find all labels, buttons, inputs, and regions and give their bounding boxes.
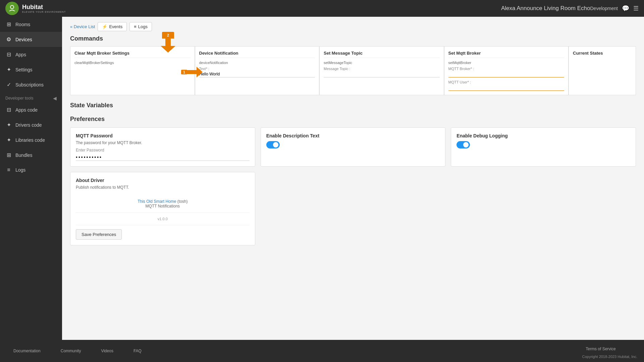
notification-icon[interactable]: 💬 bbox=[622, 5, 629, 12]
subscriptions-icon: ✓ bbox=[5, 81, 12, 88]
top-nav: « Device List ⚡ Events ≡ Logs bbox=[70, 22, 636, 31]
settings-icon: ✦ bbox=[5, 66, 12, 73]
sidebar-item-devices[interactable]: ⚙ Devices bbox=[0, 32, 62, 47]
state-variables-title: State Variables bbox=[70, 102, 636, 109]
footer-link-faq[interactable]: FAQ bbox=[127, 345, 148, 357]
footer-right: Terms of Service Copyright 2018-2023 Hub… bbox=[579, 343, 637, 359]
page-title: Alexa Announce Living Room Echo bbox=[501, 5, 590, 12]
devices-icon: ⚙ bbox=[5, 36, 12, 43]
commands-section-title: Commands bbox=[70, 35, 636, 42]
annotation-arrow-right: 1 bbox=[181, 67, 203, 77]
menu-icon[interactable]: ☰ bbox=[633, 5, 639, 12]
mqtt-password-input[interactable] bbox=[76, 154, 250, 161]
enable-description-toggle[interactable] bbox=[266, 141, 280, 148]
sidebar-item-rooms[interactable]: ⊞ Rooms bbox=[0, 17, 62, 32]
logo-icon bbox=[5, 2, 19, 15]
collapse-icon[interactable]: ◀ bbox=[53, 96, 57, 101]
about-version: v1.0.0 bbox=[76, 217, 250, 221]
about-driver-handle: (tosh) bbox=[177, 199, 188, 204]
header-right: Development 💬 ☰ bbox=[590, 5, 639, 12]
preferences-title: Preferences bbox=[70, 116, 636, 123]
sidebar-item-label: Rooms bbox=[15, 22, 30, 27]
sidebar-item-libraries-code[interactable]: ✦ Libraries code bbox=[0, 132, 62, 147]
about-driver-title: About Driver bbox=[76, 178, 250, 183]
command-card-set-message-topic: Set Message Topic setMessageTopic Messag… bbox=[319, 47, 444, 95]
back-to-device-list[interactable]: « Device List bbox=[70, 24, 95, 29]
mqtt-password-title: MQTT Password bbox=[76, 133, 250, 138]
about-driver-link[interactable]: This Old Smart Home bbox=[138, 199, 176, 204]
about-app-name: MQTT Notifications bbox=[146, 204, 180, 208]
app-header: Hubitat ELEVATE YOUR ENVIRONMENT Alexa A… bbox=[0, 0, 644, 17]
enable-debug-title: Enable Debug Logging bbox=[457, 133, 630, 138]
about-driver-center: This Old Smart Home (tosh) MQTT Notifica… bbox=[76, 195, 250, 208]
about-driver-card: About Driver Publish notifications to MQ… bbox=[70, 172, 255, 245]
preferences-grid: MQTT Password The password for your MQTT… bbox=[70, 127, 636, 167]
command-mqtt-user-label: MQTT User* : bbox=[448, 80, 565, 84]
about-divider bbox=[76, 213, 250, 213]
save-preferences-button[interactable]: Save Preferences bbox=[76, 229, 122, 240]
command-card-title: Set Mqtt Broker bbox=[448, 51, 565, 58]
pref-card-enable-description: Enable Description Text bbox=[261, 127, 446, 167]
state-variables-section: State Variables bbox=[70, 102, 636, 109]
command-func: deviceNotification bbox=[199, 61, 315, 65]
enable-description-toggle-wrapper bbox=[266, 141, 440, 148]
command-card-title: Device Notification bbox=[199, 51, 315, 58]
command-mqtt-broker-field[interactable] bbox=[448, 71, 565, 77]
command-func: clearMqttBrokerSettings bbox=[74, 61, 191, 65]
env-label: Development bbox=[590, 6, 618, 11]
terms-of-service-link[interactable]: Terms of Service bbox=[579, 343, 637, 355]
command-func: setMqttBroker bbox=[448, 61, 565, 65]
footer-link-videos[interactable]: Videos bbox=[94, 345, 120, 357]
command-card-device-notification: Device Notification deviceNotification T… bbox=[195, 47, 320, 95]
footer-link-community[interactable]: Community bbox=[54, 345, 88, 357]
preferences-section: Preferences MQTT Password The password f… bbox=[70, 116, 636, 245]
apps-code-icon: ⊟ bbox=[5, 107, 12, 113]
command-func: setMessageTopic bbox=[324, 61, 440, 65]
tab-logs[interactable]: ≡ Logs bbox=[129, 22, 152, 31]
command-mqtt-user-field[interactable] bbox=[448, 84, 565, 91]
sidebar-item-label: Logs bbox=[15, 167, 25, 173]
svg-point-0 bbox=[10, 5, 14, 9]
pref-card-enable-debug: Enable Debug Logging bbox=[451, 127, 636, 167]
command-card-title: Set Message Topic bbox=[324, 51, 440, 58]
sidebar: ⊞ Rooms ⚙ Devices ⊟ Apps ✦ Settings ✓ Su… bbox=[0, 17, 62, 340]
sidebar-item-drivers-code[interactable]: ✦ Drivers code bbox=[0, 117, 62, 132]
current-states-title: Current States bbox=[573, 51, 632, 56]
command-field-label: Message Topic : bbox=[324, 67, 440, 71]
sidebar-item-label: Subscriptions bbox=[15, 82, 44, 87]
annotation-arrow-down: 2 bbox=[161, 32, 175, 53]
libraries-icon: ✦ bbox=[5, 137, 12, 143]
events-icon: ⚡ bbox=[102, 24, 107, 29]
drivers-code-icon: ✦ bbox=[5, 122, 12, 128]
current-states-panel: Current States bbox=[569, 47, 636, 95]
logo-area: Hubitat ELEVATE YOUR ENVIRONMENT bbox=[5, 2, 66, 15]
sidebar-item-label: Settings bbox=[15, 67, 33, 72]
apps-icon: ⊟ bbox=[5, 51, 12, 58]
tab-events[interactable]: ⚡ Events bbox=[98, 22, 127, 31]
command-text-field[interactable] bbox=[199, 71, 315, 77]
sidebar-item-label: Apps bbox=[15, 52, 26, 57]
logs-tab-icon: ≡ bbox=[134, 24, 137, 29]
main-content: « Device List ⚡ Events ≡ Logs 2 Commands bbox=[62, 17, 644, 340]
developer-tools-label: Developer tools ◀ bbox=[0, 92, 62, 102]
about-driver-desc: Publish notifications to MQTT. bbox=[76, 185, 250, 190]
sidebar-item-label: Drivers code bbox=[15, 122, 42, 128]
sidebar-item-subscriptions[interactable]: ✓ Subscriptions bbox=[0, 77, 62, 92]
logo-text: Hubitat ELEVATE YOUR ENVIRONMENT bbox=[22, 4, 66, 13]
commands-section: 2 Commands 1 Clear Mqtt Broker Settings … bbox=[70, 35, 636, 95]
bundles-icon: ⊞ bbox=[5, 152, 12, 158]
sidebar-item-label: Bundles bbox=[15, 153, 33, 158]
sidebar-item-logs[interactable]: ≡ Logs bbox=[0, 163, 62, 177]
footer-link-documentation[interactable]: Documentation bbox=[7, 345, 47, 357]
command-card-set-mqtt-broker: Set Mqtt Broker setMqttBroker MQTT Broke… bbox=[444, 47, 569, 95]
sidebar-item-apps-code[interactable]: ⊟ Apps code bbox=[0, 102, 62, 117]
sidebar-item-settings[interactable]: ✦ Settings bbox=[0, 62, 62, 77]
about-grid: About Driver Publish notifications to MQ… bbox=[70, 172, 636, 245]
sidebar-item-apps[interactable]: ⊟ Apps bbox=[0, 47, 62, 62]
mqtt-password-desc: The password for your MQTT Broker. bbox=[76, 140, 250, 145]
enable-debug-toggle[interactable] bbox=[457, 141, 470, 148]
command-message-topic-field[interactable] bbox=[324, 71, 440, 77]
sidebar-item-bundles[interactable]: ⊞ Bundles bbox=[0, 147, 62, 163]
sidebar-item-label: Devices bbox=[15, 37, 32, 42]
command-field-label: Text* : bbox=[199, 67, 315, 71]
